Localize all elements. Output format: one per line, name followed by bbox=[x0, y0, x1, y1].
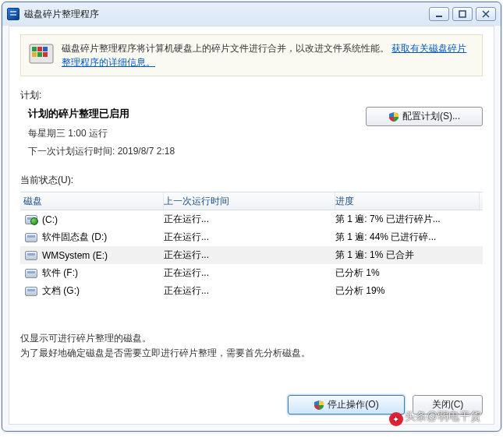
table-row[interactable]: (C:)正在运行...第 1 遍: 7% 已进行碎片... bbox=[20, 210, 483, 228]
cell-disk: 软件固态盘 (D:) bbox=[23, 231, 164, 244]
drive-icon bbox=[25, 269, 37, 278]
window-title: 磁盘碎片整理程序 bbox=[24, 8, 429, 21]
table-row[interactable]: 软件 (F:)正在运行...已分析 1% bbox=[20, 264, 483, 282]
header-last-run[interactable]: 上一次运行时间 bbox=[164, 192, 335, 210]
close-dialog-label: 关闭(C) bbox=[432, 398, 464, 411]
drive-icon bbox=[25, 215, 37, 224]
svg-rect-0 bbox=[436, 16, 442, 17]
cell-last-run: 正在运行... bbox=[164, 231, 335, 244]
table-row[interactable]: WMSystem (E:)正在运行...第 1 遍: 1% 已合并 bbox=[20, 246, 483, 264]
titlebar[interactable]: 磁盘碎片整理程序 bbox=[2, 2, 501, 26]
drive-icon bbox=[25, 287, 37, 296]
stop-button-label: 停止操作(O) bbox=[328, 398, 378, 411]
drive-icon bbox=[25, 251, 37, 260]
svg-rect-7 bbox=[37, 52, 42, 57]
svg-rect-6 bbox=[32, 52, 37, 57]
info-text: 磁盘碎片整理程序将计算机硬盘上的碎片文件进行合并，以改进文件系统性能。 获取有关… bbox=[62, 41, 474, 69]
cell-last-run: 正在运行... bbox=[164, 249, 335, 262]
plan-title: 计划的碎片整理已启用 bbox=[28, 107, 355, 121]
svg-rect-5 bbox=[43, 47, 48, 51]
table-header[interactable]: 磁盘 上一次运行时间 进度 bbox=[20, 192, 483, 210]
cell-disk: 文档 (G:) bbox=[23, 284, 164, 298]
cell-disk: WMSystem (E:) bbox=[23, 250, 164, 261]
cell-progress: 已分析 19% bbox=[335, 284, 480, 298]
defrag-icon bbox=[29, 41, 54, 66]
shield-icon bbox=[313, 400, 324, 411]
svg-rect-8 bbox=[43, 52, 48, 57]
hint-text: 仅显示可进行碎片整理的磁盘。 为了最好地确定磁盘是否需要立即进行碎片整理，需要首… bbox=[20, 331, 483, 361]
hint-line1: 仅显示可进行碎片整理的磁盘。 bbox=[20, 331, 483, 346]
header-disk[interactable]: 磁盘 bbox=[23, 192, 164, 210]
bottom-bar: 停止操作(O) 关闭(C) bbox=[20, 387, 483, 414]
disk-table: 磁盘 上一次运行时间 进度 (C:)正在运行...第 1 遍: 7% 已进行碎片… bbox=[20, 192, 483, 300]
configure-schedule-button[interactable]: 配置计划(S)... bbox=[366, 107, 483, 126]
svg-rect-3 bbox=[32, 47, 37, 51]
window-controls bbox=[429, 7, 496, 21]
close-button[interactable] bbox=[476, 7, 496, 21]
hint-line2: 为了最好地确定磁盘是否需要立即进行碎片整理，需要首先分析磁盘。 bbox=[20, 346, 483, 361]
drive-icon bbox=[25, 233, 37, 242]
cell-last-run: 正在运行... bbox=[164, 284, 335, 298]
disk-name: (C:) bbox=[42, 214, 58, 225]
minimize-button[interactable] bbox=[429, 7, 449, 21]
info-description: 磁盘碎片整理程序将计算机硬盘上的碎片文件进行合并，以改进文件系统性能。 bbox=[62, 43, 389, 54]
table-row[interactable]: 文档 (G:)正在运行...已分析 19% bbox=[20, 282, 483, 300]
cell-disk: 软件 (F:) bbox=[23, 266, 164, 280]
cell-progress: 第 1 遍: 44% 已进行碎... bbox=[335, 231, 480, 244]
table-body: (C:)正在运行...第 1 遍: 7% 已进行碎片...软件固态盘 (D:)正… bbox=[20, 210, 483, 300]
header-progress[interactable]: 进度 bbox=[335, 192, 480, 210]
cell-progress: 第 1 遍: 1% 已合并 bbox=[335, 249, 480, 262]
client-area: 磁盘碎片整理程序将计算机硬盘上的碎片文件进行合并，以改进文件系统性能。 获取有关… bbox=[9, 26, 494, 425]
svg-rect-1 bbox=[459, 11, 466, 17]
plan-label: 计划: bbox=[20, 89, 483, 102]
plan-schedule: 每星期三 1:00 运行 bbox=[28, 127, 355, 140]
maximize-button[interactable] bbox=[452, 7, 473, 21]
window-frame: 磁盘碎片整理程序 bbox=[2, 2, 501, 432]
plan-area: 计划的碎片整理已启用 每星期三 1:00 运行 下一次计划运行时间: 2019/… bbox=[20, 107, 483, 163]
cell-last-run: 正在运行... bbox=[164, 213, 335, 226]
stop-button[interactable]: 停止操作(O) bbox=[288, 395, 405, 414]
cell-progress: 已分析 1% bbox=[335, 266, 480, 280]
plan-details: 计划的碎片整理已启用 每星期三 1:00 运行 下一次计划运行时间: 2019/… bbox=[20, 107, 355, 163]
cell-disk: (C:) bbox=[23, 214, 164, 225]
configure-schedule-label: 配置计划(S)... bbox=[402, 110, 460, 123]
shield-icon bbox=[388, 111, 399, 122]
table-row[interactable]: 软件固态盘 (D:)正在运行...第 1 遍: 44% 已进行碎... bbox=[20, 228, 483, 246]
disk-name: WMSystem (E:) bbox=[42, 250, 108, 261]
close-dialog-button[interactable]: 关闭(C) bbox=[413, 395, 483, 414]
cell-progress: 第 1 遍: 7% 已进行碎片... bbox=[335, 213, 480, 226]
cell-last-run: 正在运行... bbox=[164, 266, 335, 280]
info-banner: 磁盘碎片整理程序将计算机硬盘上的碎片文件进行合并，以改进文件系统性能。 获取有关… bbox=[20, 34, 483, 76]
app-icon bbox=[7, 8, 19, 20]
status-label: 当前状态(U): bbox=[20, 174, 483, 187]
disk-name: 软件固态盘 (D:) bbox=[42, 231, 107, 244]
disk-name: 文档 (G:) bbox=[42, 284, 80, 298]
plan-next-run: 下一次计划运行时间: 2019/8/7 2:18 bbox=[28, 145, 355, 158]
svg-rect-4 bbox=[37, 47, 42, 51]
disk-name: 软件 (F:) bbox=[42, 266, 78, 280]
